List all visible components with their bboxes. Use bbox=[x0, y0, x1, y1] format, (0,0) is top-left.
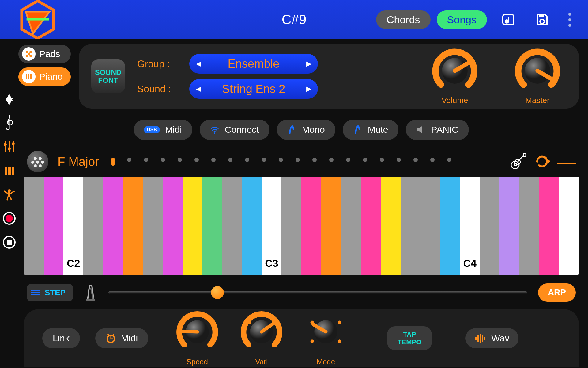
key[interactable] bbox=[401, 177, 420, 275]
step-dot[interactable] bbox=[312, 158, 317, 162]
step-dot[interactable] bbox=[228, 158, 232, 162]
key[interactable] bbox=[420, 177, 440, 275]
pads-tab[interactable]: Pads bbox=[18, 45, 71, 63]
key[interactable] bbox=[44, 177, 64, 275]
songs-button[interactable]: Songs bbox=[437, 10, 487, 29]
step-dot[interactable] bbox=[279, 158, 283, 162]
refresh-star-icon[interactable] bbox=[534, 154, 550, 170]
step-button[interactable]: STEP bbox=[27, 284, 73, 301]
key[interactable] bbox=[83, 177, 103, 275]
treble-clef-icon[interactable] bbox=[2, 115, 17, 130]
key[interactable]: C2 bbox=[63, 177, 83, 275]
step-dot[interactable] bbox=[194, 158, 199, 162]
chords-button[interactable]: Chords bbox=[376, 10, 431, 29]
sliders-icon[interactable] bbox=[2, 139, 17, 154]
sound-next-icon[interactable]: ▶ bbox=[300, 85, 318, 93]
key[interactable] bbox=[163, 177, 183, 275]
key[interactable] bbox=[480, 177, 500, 275]
key[interactable] bbox=[281, 177, 301, 275]
key[interactable] bbox=[301, 177, 321, 275]
group-prev-icon[interactable]: ◀ bbox=[189, 60, 208, 68]
svg-line-66 bbox=[182, 331, 197, 332]
piano-tab[interactable]: Piano bbox=[18, 67, 71, 86]
key[interactable] bbox=[123, 177, 143, 275]
stop-icon[interactable] bbox=[2, 235, 17, 250]
key[interactable] bbox=[242, 177, 262, 275]
step-dot[interactable] bbox=[430, 158, 435, 162]
sound-label: Sound : bbox=[137, 83, 180, 95]
step-dot[interactable] bbox=[346, 158, 350, 162]
step-dot[interactable] bbox=[144, 158, 148, 162]
step-dot[interactable] bbox=[111, 158, 115, 166]
key[interactable] bbox=[103, 177, 123, 275]
svg-point-81 bbox=[338, 339, 341, 343]
step-dot[interactable] bbox=[363, 158, 367, 162]
key[interactable] bbox=[222, 177, 242, 275]
conductor-icon[interactable] bbox=[2, 187, 17, 202]
save-icon[interactable] bbox=[533, 10, 551, 29]
step-dot[interactable] bbox=[296, 158, 300, 162]
panic-button[interactable]: PANIC bbox=[406, 120, 469, 140]
wav-button[interactable]: Wav bbox=[466, 328, 518, 348]
group-next-icon[interactable]: ▶ bbox=[300, 60, 318, 68]
arp-button[interactable]: ARP bbox=[538, 283, 576, 302]
key[interactable] bbox=[183, 177, 202, 275]
top-bar: C#9 Chords Songs bbox=[0, 0, 588, 39]
step-dot[interactable] bbox=[413, 158, 418, 162]
svg-point-37 bbox=[467, 84, 471, 87]
key[interactable] bbox=[321, 177, 341, 275]
step-dot[interactable] bbox=[161, 158, 165, 162]
link-button[interactable]: Link bbox=[42, 328, 80, 348]
connect-button[interactable]: Connect bbox=[200, 120, 270, 140]
midi-clock-button[interactable]: Midi bbox=[95, 328, 148, 348]
step-dot[interactable] bbox=[127, 158, 131, 162]
master-knob[interactable] bbox=[514, 48, 560, 94]
key[interactable]: C4 bbox=[460, 177, 480, 275]
group-selector[interactable]: ◀ Ensemble ▶ bbox=[189, 54, 318, 74]
position-slider[interactable] bbox=[108, 291, 527, 294]
key[interactable]: C3 bbox=[262, 177, 282, 275]
mute-button[interactable]: Mute bbox=[343, 120, 399, 140]
record-icon[interactable] bbox=[2, 211, 17, 226]
step-dot[interactable] bbox=[262, 158, 266, 162]
slider-thumb[interactable] bbox=[211, 286, 224, 299]
key[interactable] bbox=[499, 177, 519, 275]
color-keyboard[interactable]: C2C3C4 bbox=[24, 177, 579, 275]
vari-knob[interactable] bbox=[240, 310, 283, 353]
step-dot[interactable] bbox=[211, 158, 216, 162]
step-dot[interactable] bbox=[380, 158, 384, 162]
octave-updown-icon[interactable]: ▲▼ bbox=[2, 91, 17, 106]
key[interactable] bbox=[519, 177, 539, 275]
key[interactable] bbox=[143, 177, 163, 275]
keyboard-icon[interactable] bbox=[2, 163, 17, 178]
mode-knob[interactable] bbox=[304, 310, 347, 353]
key[interactable] bbox=[341, 177, 361, 275]
scale-name[interactable]: F Major bbox=[58, 155, 99, 169]
midi-button[interactable]: USB Midi bbox=[134, 120, 192, 140]
mono-button[interactable]: Mono bbox=[277, 120, 335, 140]
step-dot[interactable] bbox=[447, 158, 451, 162]
key[interactable] bbox=[559, 177, 579, 275]
volume-knob[interactable] bbox=[432, 48, 478, 94]
key[interactable] bbox=[361, 177, 381, 275]
key[interactable] bbox=[440, 177, 460, 275]
key[interactable] bbox=[24, 177, 44, 275]
sound-selector[interactable]: ◀ String Ens 2 ▶ bbox=[189, 79, 318, 99]
tap-tempo-button[interactable]: TAP TEMPO bbox=[387, 326, 432, 350]
guitar-icon[interactable] bbox=[509, 153, 527, 171]
key[interactable] bbox=[539, 177, 559, 275]
key[interactable] bbox=[202, 177, 222, 275]
step-dot[interactable] bbox=[329, 158, 334, 162]
metronome-icon[interactable] bbox=[84, 283, 97, 302]
more-menu-icon[interactable] bbox=[564, 13, 576, 27]
sound-prev-icon[interactable]: ◀ bbox=[189, 85, 208, 93]
step-dot[interactable] bbox=[397, 158, 401, 162]
step-dot[interactable] bbox=[178, 158, 182, 162]
step-dot[interactable] bbox=[245, 158, 249, 162]
pad-view-icon[interactable] bbox=[27, 151, 48, 172]
soundfont-button[interactable]: SOUND FONT bbox=[91, 59, 125, 93]
speed-knob[interactable] bbox=[176, 310, 219, 353]
key[interactable] bbox=[381, 177, 401, 275]
collapse-icon[interactable]: — bbox=[557, 159, 576, 165]
library-icon[interactable] bbox=[499, 10, 518, 29]
